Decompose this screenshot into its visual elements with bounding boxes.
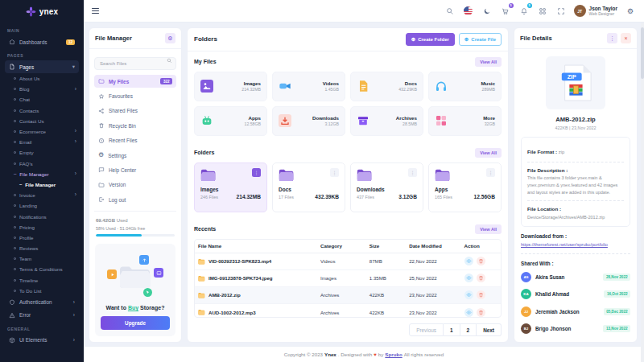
- sidebar-item-empty[interactable]: Empty: [5, 147, 79, 158]
- sidebar-item-todo[interactable]: To Do List: [5, 286, 79, 296]
- sidebar-item-ecommerce[interactable]: Ecommerce›: [5, 126, 79, 137]
- fm-menu-my-files[interactable]: My Files 322: [94, 75, 176, 88]
- type-card-more[interactable]: More32GB: [428, 106, 502, 136]
- language-flag-icon[interactable]: [463, 6, 474, 17]
- sidebar-item-blog[interactable]: Blog›: [5, 84, 79, 94]
- table-row[interactable]: AUD-1002-2012.mp3 Archives 422KB 23,Nov …: [195, 304, 501, 318]
- type-card-apps[interactable]: Apps12.58GB: [194, 106, 267, 136]
- sidebar-item-error[interactable]: Error ›: [5, 309, 79, 322]
- table-row-selected[interactable]: AMB-2012.zip Archives 422KB 23,Nov 2022: [195, 286, 501, 303]
- my-files-view-all-button[interactable]: View All: [475, 57, 502, 67]
- sidebar-item-timeline[interactable]: Timeline: [5, 275, 79, 286]
- folder-options-button[interactable]: ⋮: [408, 168, 417, 177]
- upgrade-button[interactable]: Upgrade: [101, 316, 170, 330]
- sidebar-item-file-manager[interactable]: –File Manager›: [5, 169, 79, 179]
- downloaded-from-link[interactable]: https://themeforest.net/user/spruko/port…: [521, 242, 630, 247]
- fm-menu-settings[interactable]: ⚙ Settings: [94, 149, 176, 162]
- delete-file-button[interactable]: [477, 274, 485, 282]
- settings-gear-icon[interactable]: ⚙: [625, 6, 636, 17]
- user-profile[interactable]: JT Json Taylor Web Designer: [574, 5, 617, 17]
- dark-mode-moon-icon[interactable]: [481, 6, 493, 17]
- cart-icon[interactable]: 5: [500, 6, 511, 17]
- fullscreen-icon[interactable]: [555, 6, 567, 17]
- sidebar-item-pages[interactable]: Pages ▾: [5, 60, 79, 73]
- view-file-button[interactable]: [464, 274, 473, 282]
- apps-grid-icon[interactable]: [537, 6, 548, 17]
- sidebar-item-chat[interactable]: Chat: [5, 94, 79, 105]
- scrollbar-thumb[interactable]: [641, 27, 644, 79]
- sidebar-item-email[interactable]: Email›: [5, 137, 79, 147]
- sidebar-item-pricing[interactable]: Pricing: [5, 222, 79, 232]
- sidebar-item-file-manager-child[interactable]: –File Manager: [5, 179, 79, 190]
- folder-options-button[interactable]: ⋮: [252, 168, 261, 177]
- sidebar-item-landing[interactable]: Landing: [5, 200, 79, 211]
- sidebar-item-about-us[interactable]: About Us: [5, 73, 79, 84]
- folder-card-apps[interactable]: ⋮ Apps 165 Files12.56GB: [428, 162, 502, 212]
- sidebar-item-profile[interactable]: Profile: [5, 232, 79, 243]
- pagination-page-2[interactable]: 2: [460, 323, 477, 336]
- folder-card-downloads[interactable]: ⋮ Downloads 437 Files3.12GB: [350, 162, 423, 212]
- file-manager-settings-button[interactable]: ⚙: [165, 33, 175, 43]
- fm-menu-favourites[interactable]: Favourites: [94, 89, 176, 102]
- type-card-archives[interactable]: Archives28.5MB: [350, 106, 423, 136]
- recents-view-all-button[interactable]: View All: [475, 224, 502, 234]
- fm-menu-recent-files[interactable]: Recent Files: [94, 134, 176, 147]
- buy-link[interactable]: Buy: [128, 305, 138, 311]
- page-scrollbar[interactable]: [641, 23, 644, 362]
- sidebar-item-invoice[interactable]: Invoice›: [5, 190, 79, 200]
- view-file-button[interactable]: [464, 290, 473, 299]
- sidebar-item-authentication[interactable]: Authentication ›: [5, 296, 79, 309]
- type-card-docs[interactable]: Docs432.29KB: [350, 72, 423, 101]
- create-file-button[interactable]: ⊕Create File: [459, 33, 502, 46]
- type-card-videos[interactable]: Videos1.45GB: [272, 72, 345, 101]
- sidebar-item-reviews[interactable]: Reviews: [5, 243, 79, 253]
- shared-user-row[interactable]: JJ Jeremiah Jackson 05,Dec 2022: [521, 306, 630, 317]
- sidebar-item-terms[interactable]: Terms & Conditions: [5, 264, 79, 274]
- delete-file-button[interactable]: [477, 308, 485, 317]
- view-file-button[interactable]: [464, 257, 473, 265]
- pagination-next[interactable]: Next: [477, 323, 502, 336]
- sidebar-item-ui-elements[interactable]: Ui Elements ›: [5, 334, 79, 347]
- sidebar-item-contact-us[interactable]: Contact Us: [5, 116, 79, 126]
- type-card-images[interactable]: Images214.32MB: [194, 72, 267, 101]
- sidebar-item-dashboards[interactable]: Dashboards 12: [5, 35, 79, 48]
- sidebar-item-faqs[interactable]: FAQ's: [5, 158, 79, 169]
- type-card-downloads[interactable]: Downloads3.12GB: [272, 106, 345, 136]
- folders-view-all-button[interactable]: View All: [475, 148, 502, 158]
- sidebar-item-team[interactable]: Team: [5, 253, 79, 264]
- folder-options-button[interactable]: ⋮: [330, 168, 339, 177]
- sidebar-scroll[interactable]: MAIN Dashboards 12 PAGES Pages ▾ About U…: [0, 23, 84, 362]
- table-row[interactable]: VID-00292312-SPK823.mp4 Videos 87MB 22,N…: [195, 253, 501, 269]
- fm-menu-log-out[interactable]: Log out: [94, 193, 176, 206]
- pagination-previous[interactable]: Previous: [409, 323, 444, 336]
- fm-menu-help-center[interactable]: Help Center: [94, 163, 176, 176]
- folder-card-images[interactable]: ⋮ Images 246 Files214.32MB: [194, 162, 267, 212]
- menu-toggle-icon[interactable]: [92, 8, 99, 14]
- shared-user-row[interactable]: AS Akira Susan 28,Nov 2022: [521, 272, 630, 282]
- file-type-grid: Images214.32MB Videos1.45GB Docs432.29KB…: [188, 71, 508, 142]
- sidebar-item-contacts[interactable]: Contacts: [5, 105, 79, 116]
- type-card-music[interactable]: Music289MB: [428, 72, 502, 101]
- folder-options-button[interactable]: ⋮: [486, 168, 495, 177]
- apps-robot-icon: [200, 114, 213, 127]
- view-file-button[interactable]: [464, 308, 473, 317]
- search-files-input[interactable]: [94, 57, 176, 70]
- delete-file-button[interactable]: [477, 290, 485, 299]
- pagination-page-1[interactable]: 1: [444, 323, 460, 336]
- folder-card-docs[interactable]: ⋮ Docs 17 Files432.39KB: [272, 162, 345, 212]
- shared-user-row[interactable]: BJ Brigo Jhonson 13,Nov 2022: [521, 323, 630, 334]
- notifications-bell-icon[interactable]: 5: [518, 6, 530, 17]
- table-row[interactable]: IMG-09123878-SPK734.jpeg Images 1.35MB 2…: [195, 269, 501, 286]
- details-options-button[interactable]: ⋮: [607, 33, 617, 43]
- details-close-button[interactable]: ×: [621, 33, 631, 43]
- shared-user-row[interactable]: KA Khalid Ahmad 16,Oct 2022: [521, 289, 630, 299]
- search-icon[interactable]: [444, 6, 456, 17]
- create-folder-button[interactable]: ⊕Create Folder: [406, 33, 455, 46]
- fm-menu-version[interactable]: Version: [94, 179, 176, 191]
- fm-menu-recycle-bin[interactable]: Recycle Bin: [94, 119, 176, 132]
- brand-logo[interactable]: ynex: [0, 0, 84, 23]
- spruko-link[interactable]: Spruko: [385, 352, 402, 357]
- sidebar-item-notifications[interactable]: Notifications: [5, 211, 79, 221]
- delete-file-button[interactable]: [477, 257, 485, 265]
- fm-menu-shared-files[interactable]: Shared Files: [94, 105, 176, 117]
